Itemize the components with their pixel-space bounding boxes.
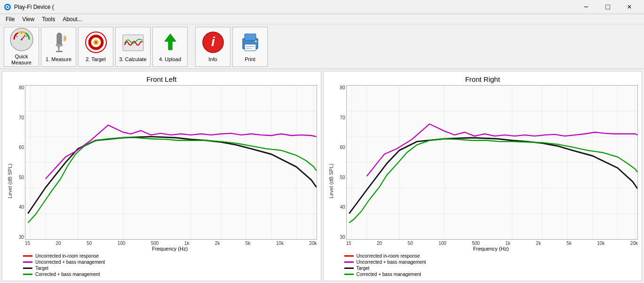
x-tick-20k-right: 20k <box>630 241 638 246</box>
app-icon <box>4 3 11 11</box>
info-icon: i <box>201 30 225 55</box>
y-tick-30-right: 30 <box>340 235 345 240</box>
minimize-button[interactable]: − <box>575 0 597 14</box>
quick-measure-icon <box>9 27 34 52</box>
x-tick-1k-left: 1k <box>184 241 190 246</box>
legend-color-target-right <box>344 267 354 269</box>
x-tick-5k-left: 5k <box>246 241 251 246</box>
x-tick-500-left: 500 <box>151 241 159 246</box>
calculate-label: 3. Calculate <box>119 56 146 63</box>
y-tick-60-left: 60 <box>19 145 24 150</box>
front-left-chart-area: Level (dB SPL) 80 70 60 50 40 30 <box>6 85 317 277</box>
front-right-chart-area: Level (dB SPL) 80 70 60 50 40 30 <box>327 85 638 277</box>
upload-button[interactable]: 4. Upload <box>152 27 188 67</box>
print-label: Print <box>245 56 255 63</box>
target-icon <box>84 30 108 55</box>
x-tick-2k-right: 2k <box>536 241 541 246</box>
front-right-chart: Front Right Level (dB SPL) 80 70 60 50 4… <box>323 71 643 281</box>
svg-marker-18 <box>165 34 176 50</box>
svg-rect-25 <box>246 48 252 49</box>
legend-label-target-left: Target <box>35 266 48 271</box>
y-tick-80-right: 80 <box>340 85 345 90</box>
y-tick-50-right: 50 <box>340 175 345 180</box>
legend-label-uncorrected-right: Uncorrected in-room response <box>357 253 420 259</box>
menu-tools[interactable]: Tools <box>38 15 59 24</box>
legend-color-uncorrected-left <box>23 255 32 257</box>
legend-corrected-right: Corrected + bass management <box>344 272 638 277</box>
x-tick-20-right: 20 <box>377 241 382 246</box>
x-tick-10k-right: 10k <box>597 241 604 246</box>
x-tick-100-left: 100 <box>118 241 126 246</box>
y-tick-30-left: 30 <box>19 235 24 240</box>
toolbar-separator <box>190 28 193 65</box>
y-tick-80-left: 80 <box>19 85 24 90</box>
maximize-button[interactable]: □ <box>597 0 619 14</box>
upload-icon <box>158 30 183 55</box>
front-right-y-axis-label: Level (dB SPL) <box>327 85 335 277</box>
quick-measure-button[interactable]: Quick Measure <box>4 27 39 67</box>
svg-point-8 <box>21 39 23 40</box>
legend-target-right: Target <box>344 266 638 271</box>
x-tick-20-left: 20 <box>56 241 61 246</box>
legend-label-corrected-right: Corrected + bass management <box>357 272 421 277</box>
front-right-x-axis-title: Frequency (Hz) <box>335 246 638 252</box>
svg-point-16 <box>95 41 97 43</box>
legend-color-uncorrected-bass-left <box>23 261 32 263</box>
x-tick-50-right: 50 <box>408 241 413 246</box>
menu-about[interactable]: About... <box>59 15 86 24</box>
menu-view[interactable]: View <box>18 15 38 24</box>
print-icon <box>238 30 262 55</box>
svg-text:i: i <box>211 34 215 49</box>
calculate-icon <box>121 30 145 55</box>
y-tick-70-left: 70 <box>19 115 24 120</box>
x-tick-50-left: 50 <box>87 241 92 246</box>
measure-button[interactable]: 1. Measure <box>41 27 76 67</box>
target-button[interactable]: 2. Target <box>78 27 113 67</box>
svg-rect-11 <box>56 51 63 52</box>
legend-color-uncorrected-right <box>344 255 354 257</box>
front-right-legend: Uncorrected in-room response Uncorrected… <box>335 252 638 277</box>
x-tick-5k-right: 5k <box>566 241 572 246</box>
measure-label: 1. Measure <box>46 56 72 63</box>
x-tick-500-right: 500 <box>472 241 480 246</box>
y-tick-40-right: 40 <box>340 204 345 210</box>
quick-measure-label: Quick Measure <box>6 54 37 66</box>
legend-label-uncorrected-bass-left: Uncorrected + bass management <box>35 259 105 265</box>
info-label: Info <box>208 56 217 63</box>
front-left-legend: Uncorrected in-room response Uncorrected… <box>14 252 317 277</box>
menu-bar: File View Tools About... <box>0 14 644 24</box>
info-button[interactable]: i Info <box>195 27 231 67</box>
legend-color-uncorrected-bass-right <box>344 261 354 263</box>
x-tick-2k-left: 2k <box>215 241 220 246</box>
measure-icon <box>47 30 71 55</box>
legend-label-corrected-left: Corrected + bass management <box>35 272 100 277</box>
svg-rect-24 <box>246 46 255 47</box>
calculate-button[interactable]: 3. Calculate <box>115 27 151 67</box>
svg-point-26 <box>255 40 257 42</box>
svg-point-2 <box>7 6 8 8</box>
front-left-x-axis-title: Frequency (Hz) <box>14 246 317 252</box>
front-left-y-axis-label: Level (dB SPL) <box>6 85 14 277</box>
close-button[interactable]: × <box>619 0 640 14</box>
x-tick-10k-left: 10k <box>276 241 284 246</box>
front-left-title: Front Left <box>6 75 317 83</box>
menu-file[interactable]: File <box>2 15 18 24</box>
front-left-chart: Front Left Level (dB SPL) 80 70 60 50 40 <box>2 71 321 281</box>
legend-uncorrected-left: Uncorrected in-room response <box>23 253 317 259</box>
toolbar: Quick Measure 1. Measure <box>0 24 644 69</box>
window-title: Play-Fi Device ( <box>14 4 54 10</box>
x-tick-100-right: 100 <box>438 241 446 246</box>
x-tick-15-right: 15 <box>346 241 351 246</box>
front-left-chart-inner <box>25 85 317 240</box>
target-label: 2. Target <box>86 56 106 63</box>
front-right-chart-inner <box>346 85 638 240</box>
y-tick-50-left: 50 <box>19 175 24 180</box>
y-tick-40-left: 40 <box>19 204 24 210</box>
x-tick-15-left: 15 <box>25 241 30 246</box>
y-tick-60-right: 60 <box>340 145 345 150</box>
svg-rect-22 <box>245 34 256 40</box>
x-tick-1k-right: 1k <box>505 241 510 246</box>
legend-uncorrected-bass-right: Uncorrected + bass management <box>344 259 638 265</box>
legend-color-target-left <box>23 267 32 269</box>
print-button[interactable]: Print <box>232 27 268 67</box>
